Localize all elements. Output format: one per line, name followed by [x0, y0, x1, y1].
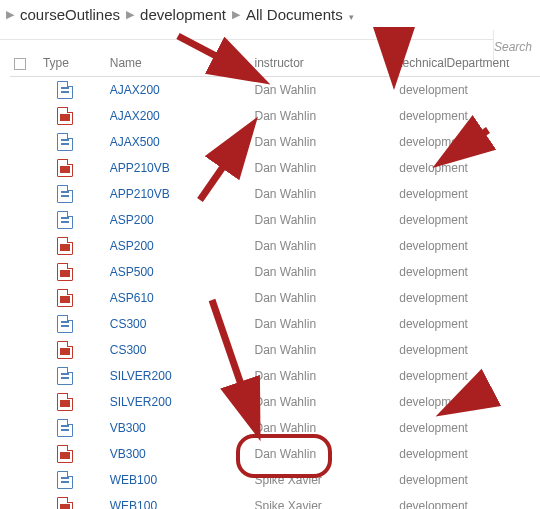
instructor-cell: Dan Wahlin: [254, 291, 316, 305]
department-cell: development: [399, 213, 468, 227]
pdf-file-icon: [57, 263, 73, 281]
instructor-cell: Dan Wahlin: [254, 265, 316, 279]
table-row[interactable]: APP210VBDan Wahlindevelopment: [10, 155, 540, 181]
word-file-icon: [57, 419, 73, 437]
instructor-cell: Spike Xavier: [254, 499, 321, 509]
column-header-instructor[interactable]: instructor: [250, 50, 395, 77]
document-name-link[interactable]: AJAX200: [110, 83, 160, 97]
table-row[interactable]: AJAX200Dan Wahlindevelopment: [10, 77, 540, 104]
department-cell: development: [399, 473, 468, 487]
breadcrumb: ▶ courseOutlines ▶ development ▶ All Doc…: [0, 0, 540, 40]
document-name-link[interactable]: WEB100: [110, 473, 157, 487]
department-cell: development: [399, 395, 468, 409]
department-cell: development: [399, 135, 468, 149]
instructor-cell: Dan Wahlin: [254, 239, 316, 253]
chevron-right-icon: ▶: [126, 8, 134, 21]
instructor-cell: Dan Wahlin: [254, 187, 316, 201]
word-file-icon: [57, 367, 73, 385]
chevron-down-icon: ▾: [347, 12, 354, 22]
breadcrumb-item[interactable]: development: [140, 6, 226, 23]
document-name-link[interactable]: VB300: [110, 447, 146, 461]
department-cell: development: [399, 161, 468, 175]
instructor-cell: Dan Wahlin: [254, 213, 316, 227]
document-name-link[interactable]: SILVER200: [110, 395, 172, 409]
word-file-icon: [57, 81, 73, 99]
department-cell: development: [399, 239, 468, 253]
table-row[interactable]: SILVER200Dan Wahlindevelopment: [10, 363, 540, 389]
search-input[interactable]: Search: [493, 30, 540, 60]
department-cell: development: [399, 447, 468, 461]
department-cell: development: [399, 265, 468, 279]
document-name-link[interactable]: SILVER200: [110, 369, 172, 383]
department-cell: development: [399, 83, 468, 97]
table-row[interactable]: CS300Dan Wahlindevelopment: [10, 337, 540, 363]
instructor-cell: Dan Wahlin: [254, 317, 316, 331]
instructor-cell: Dan Wahlin: [254, 369, 316, 383]
table-row[interactable]: AJAX500Dan Wahlindevelopment: [10, 129, 540, 155]
document-name-link[interactable]: APP210VB: [110, 187, 170, 201]
word-file-icon: [57, 471, 73, 489]
breadcrumb-view[interactable]: All Documents ▾: [246, 6, 354, 23]
department-cell: development: [399, 291, 468, 305]
document-name-link[interactable]: AJAX200: [110, 109, 160, 123]
table-row[interactable]: ASP200Dan Wahlindevelopment: [10, 207, 540, 233]
pdf-file-icon: [57, 445, 73, 463]
word-file-icon: [57, 211, 73, 229]
document-name-link[interactable]: APP210VB: [110, 161, 170, 175]
instructor-cell: Dan Wahlin: [254, 135, 316, 149]
breadcrumb-view-label: All Documents: [246, 6, 343, 23]
annotation-highlight-oval: [236, 434, 332, 478]
pdf-file-icon: [57, 289, 73, 307]
table-row[interactable]: WEB100Spike Xavierdevelopment: [10, 493, 540, 509]
department-cell: development: [399, 421, 468, 435]
department-cell: development: [399, 317, 468, 331]
table-row[interactable]: ASP500Dan Wahlindevelopment: [10, 259, 540, 285]
pdf-file-icon: [57, 497, 73, 509]
department-cell: development: [399, 343, 468, 357]
pdf-file-icon: [57, 159, 73, 177]
column-header-name[interactable]: Name: [106, 50, 251, 77]
instructor-cell: Dan Wahlin: [254, 343, 316, 357]
instructor-cell: Dan Wahlin: [254, 83, 316, 97]
table-row[interactable]: ASP200Dan Wahlindevelopment: [10, 233, 540, 259]
table-row[interactable]: AJAX200Dan Wahlindevelopment: [10, 103, 540, 129]
column-header-type[interactable]: Type: [39, 50, 106, 77]
table-row[interactable]: SILVER200Dan Wahlindevelopment: [10, 389, 540, 415]
word-file-icon: [57, 185, 73, 203]
table-row[interactable]: ASP610Dan Wahlindevelopment: [10, 285, 540, 311]
instructor-cell: Dan Wahlin: [254, 421, 316, 435]
department-cell: development: [399, 499, 468, 509]
document-name-link[interactable]: ASP200: [110, 213, 154, 227]
breadcrumb-item[interactable]: courseOutlines: [20, 6, 120, 23]
instructor-cell: Dan Wahlin: [254, 109, 316, 123]
pdf-file-icon: [57, 341, 73, 359]
document-name-link[interactable]: VB300: [110, 421, 146, 435]
document-name-link[interactable]: ASP500: [110, 265, 154, 279]
department-cell: development: [399, 369, 468, 383]
table-row[interactable]: APP210VBDan Wahlindevelopment: [10, 181, 540, 207]
chevron-right-icon: ▶: [232, 8, 240, 21]
chevron-right-icon: ▶: [6, 8, 14, 21]
pdf-file-icon: [57, 107, 73, 125]
document-name-link[interactable]: AJAX500: [110, 135, 160, 149]
document-name-link[interactable]: WEB100: [110, 499, 157, 509]
department-cell: development: [399, 187, 468, 201]
document-name-link[interactable]: CS300: [110, 317, 147, 331]
instructor-cell: Dan Wahlin: [254, 161, 316, 175]
document-name-link[interactable]: CS300: [110, 343, 147, 357]
pdf-file-icon: [57, 393, 73, 411]
document-name-link[interactable]: ASP610: [110, 291, 154, 305]
table-row[interactable]: CS300Dan Wahlindevelopment: [10, 311, 540, 337]
instructor-cell: Dan Wahlin: [254, 395, 316, 409]
department-cell: development: [399, 109, 468, 123]
word-file-icon: [57, 315, 73, 333]
word-file-icon: [57, 133, 73, 151]
select-all-checkbox[interactable]: [14, 58, 26, 70]
pdf-file-icon: [57, 237, 73, 255]
document-name-link[interactable]: ASP200: [110, 239, 154, 253]
